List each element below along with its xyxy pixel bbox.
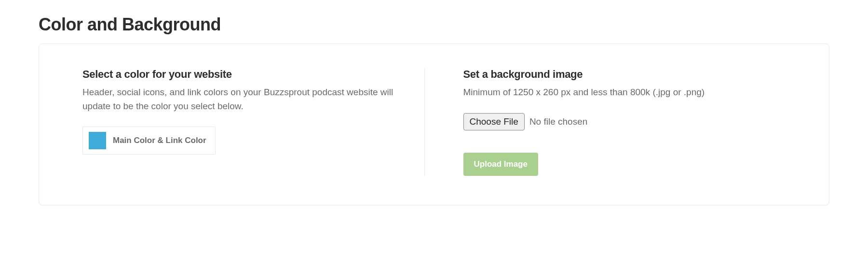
- file-input-row: Choose File No file chosen: [463, 113, 786, 130]
- color-section-heading: Select a color for your website: [82, 68, 405, 81]
- color-column: Select a color for your website Header, …: [82, 68, 425, 176]
- color-section-description: Header, social icons, and link colors on…: [82, 86, 405, 113]
- settings-panel: Select a color for your website Header, …: [39, 43, 829, 205]
- choose-file-button[interactable]: Choose File: [463, 113, 525, 130]
- page-title: Color and Background: [39, 14, 829, 35]
- color-picker[interactable]: Main Color & Link Color: [82, 127, 216, 155]
- background-section-description: Minimum of 1250 x 260 px and less than 8…: [463, 86, 786, 100]
- file-status-text: No file chosen: [529, 116, 587, 127]
- upload-image-button[interactable]: Upload Image: [463, 153, 538, 176]
- background-section-heading: Set a background image: [463, 68, 786, 81]
- background-column: Set a background image Minimum of 1250 x…: [454, 68, 786, 176]
- color-swatch: [89, 132, 106, 149]
- color-picker-label: Main Color & Link Color: [113, 136, 206, 145]
